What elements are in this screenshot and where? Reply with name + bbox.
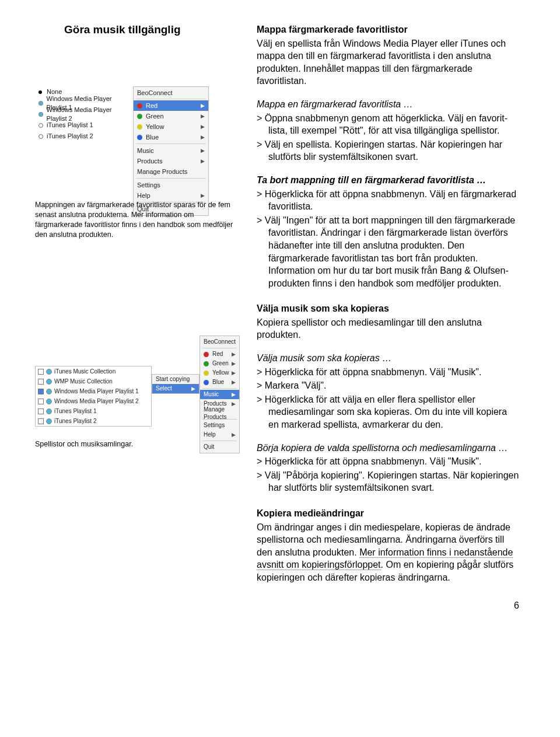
- collection-list: iTunes Music CollectionWMP Music Collect…: [35, 366, 152, 427]
- menu-item: Yellow▶: [134, 121, 208, 132]
- menu-item: Manage Products: [134, 166, 208, 177]
- collection-item: Windows Media Player Playlist 2: [36, 396, 151, 406]
- menu-item: Settings: [134, 180, 208, 190]
- menu-item: Green▶: [134, 111, 208, 121]
- menu-item: Red▶: [134, 100, 208, 111]
- menu-item: Music▶: [134, 145, 208, 156]
- section-kopiera-h: Kopiera medieändringar: [257, 507, 519, 520]
- screenshot-context-menu: NoneWindows Media Player Playlist 1Windo…: [35, 86, 233, 216]
- collection-item: iTunes Music Collection: [36, 366, 151, 376]
- menu-item: Blue▶: [134, 132, 208, 142]
- menu-item: Help▶: [134, 190, 208, 201]
- playlist-list: NoneWindows Media Player Playlist 1Windo…: [35, 86, 133, 216]
- sub-select: Select: [156, 385, 172, 393]
- step: > Högerklicka för att öppna snabbmenyn. …: [257, 455, 519, 468]
- section-valja-p: Kopiera spellistor och mediesamlingar ti…: [257, 316, 519, 341]
- step: > Högerklicka för att öppna snabbmenyn. …: [257, 366, 519, 379]
- sub-menu: Start copying Select▶: [152, 374, 200, 394]
- context-menu: BeoConnectRed▶Green▶Yellow▶Blue▶Music▶Pr…: [133, 86, 209, 216]
- menu-item: Products▶: [134, 156, 208, 166]
- step: > Markera "Välj".: [257, 379, 519, 392]
- context-menu-2: BeoConnectRed▶Green▶Yellow▶Blue▶Music▶Pr…: [200, 336, 240, 453]
- page-title: Göra musik tillgänglig: [64, 23, 181, 36]
- playlist-item: iTunes Playlist 2: [35, 131, 133, 142]
- collection-item: Windows Media Player Playlist 1: [36, 386, 151, 396]
- menu-item: Red▶: [200, 350, 239, 359]
- page-number: 6: [514, 600, 519, 611]
- menu-item: Help▶: [200, 430, 239, 439]
- section-kopiera-p: Om ändringar anges i din mediespelare, k…: [257, 521, 519, 584]
- menu-item: Yellow▶: [200, 368, 239, 378]
- sub-valja-h: Välja musik som ska kopieras …: [257, 352, 519, 365]
- menu-item: Manage Products: [200, 408, 239, 418]
- step: > Öppna snabbmenyn genom att högerklicka…: [257, 112, 519, 137]
- section-mappa-p: Välj en spellista från Windows Media Pla…: [257, 37, 519, 88]
- sub-start: Start copying: [156, 375, 190, 383]
- menu-item: Blue▶: [200, 378, 239, 387]
- screenshot-copy-menu: iTunes Music CollectionWMP Music Collect…: [35, 336, 233, 453]
- step: > Högerklicka för att välja en eller fle…: [257, 393, 519, 431]
- sub-mappa-h: Mappa en färgmarkerad favoritlista …: [257, 98, 519, 111]
- caption-2: Spellistor och musiksamlingar.: [35, 439, 233, 449]
- sub-borja-h: Börja kopiera de valda spellistorna och …: [257, 442, 519, 455]
- step: > Välj en spellista. Kopieringen startas…: [257, 138, 519, 163]
- playlist-item: Windows Media Player Playlist 2: [35, 109, 133, 120]
- section-mappa-h: Mappa färgmarkerade favoritlistor: [257, 23, 519, 36]
- step: > Välj "Ingen" för att ta bort mappninge…: [257, 214, 519, 290]
- menu-item: Music▶: [200, 390, 239, 399]
- sub-tabort-h: Ta bort mappning till en färgmarkerad fa…: [257, 174, 519, 187]
- step: > Högerklicka för att öppna snabbmenyn. …: [257, 188, 519, 213]
- collection-item: iTunes Playlist 1: [36, 406, 151, 416]
- collection-item: WMP Music Collection: [36, 376, 151, 386]
- caption-1: Mappningen av färgmarkerade favoritlisto…: [35, 200, 233, 240]
- step: > Välj "Påbörja kopiering". Kopieringen …: [257, 469, 519, 494]
- menu-item: Green▶: [200, 359, 239, 368]
- collection-item: iTunes Playlist 2: [36, 416, 151, 426]
- menu-item: Settings: [200, 421, 239, 430]
- section-valja-h: Välja musik som ska kopieras: [257, 302, 519, 315]
